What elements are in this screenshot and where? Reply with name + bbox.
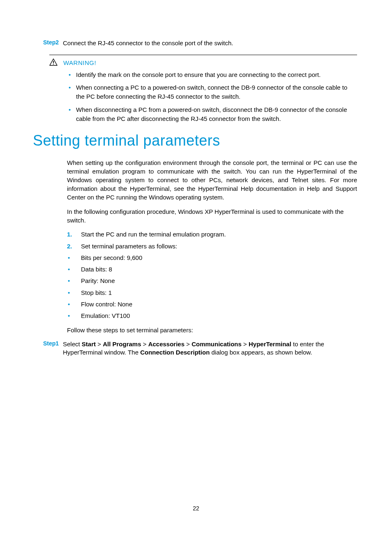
section-heading: Setting terminal parameters <box>33 132 357 149</box>
list-item: • Bits per second: 9,600 <box>67 254 357 262</box>
section-para1: When setting up the configuration enviro… <box>67 158 357 202</box>
parameters-list: 1. Start the PC and run the terminal emu… <box>67 230 357 320</box>
step1-row: Step1 Select Start > All Programs > Acce… <box>43 340 357 356</box>
list-text: Start the PC and run the terminal emulat… <box>81 230 226 239</box>
warning-item: When connecting a PC to a powered-on swi… <box>69 83 357 101</box>
list-text: Flow control: None <box>81 300 132 308</box>
bullet-icon: • <box>67 289 81 297</box>
warning-header: WARNING! <box>49 55 357 70</box>
path-allprograms: All Programs <box>103 341 141 348</box>
page-number: 22 <box>0 505 392 512</box>
path-sep: > <box>242 341 249 348</box>
list-text: Emulation: VT100 <box>81 312 130 320</box>
connection-description-bold: Connection Description <box>140 349 210 356</box>
path-start: Start <box>82 341 96 348</box>
step2-label: Step2 <box>43 39 63 46</box>
path-communications: Communications <box>191 341 242 348</box>
section-para2: In the following configuration procedure… <box>67 207 357 225</box>
list-item: • Stop bits: 1 <box>67 289 357 297</box>
bullet-icon: • <box>67 265 81 273</box>
svg-rect-1 <box>53 64 54 65</box>
bullet-icon: • <box>67 254 81 262</box>
list-item: • Emulation: VT100 <box>67 312 357 320</box>
list-item: • Data bits: 8 <box>67 265 357 273</box>
list-text: Stop bits: 1 <box>81 289 112 297</box>
bullet-icon: • <box>67 300 81 308</box>
list-text: Set terminal parameters as follows: <box>81 242 177 250</box>
warning-box: WARNING! Identify the mark on the consol… <box>51 55 357 123</box>
warning-list: Identify the mark on the console port to… <box>69 70 357 123</box>
list-number: 1. <box>67 230 81 239</box>
path-sep: > <box>96 341 103 348</box>
step1-label: Step1 <box>43 340 63 347</box>
svg-rect-0 <box>53 61 54 63</box>
bullet-icon: • <box>67 277 81 285</box>
step1-text: Select Start > All Programs > Accessorie… <box>63 340 357 356</box>
step1-pre: Select <box>63 341 82 348</box>
list-number: 2. <box>67 242 81 250</box>
list-item: • Flow control: None <box>67 300 357 308</box>
follow-steps-text: Follow these steps to set terminal param… <box>67 326 357 334</box>
path-hyperterminal: HyperTerminal <box>249 341 291 348</box>
warning-item: Identify the mark on the console port to… <box>69 70 357 79</box>
step2-row: Step2 Connect the RJ-45 connector to the… <box>43 39 357 47</box>
list-item: • Parity: None <box>67 277 357 285</box>
path-sep: > <box>184 341 191 348</box>
path-accessories: Accessories <box>148 341 184 348</box>
bullet-icon: • <box>67 312 81 320</box>
list-item: 2. Set terminal parameters as follows: <box>67 242 357 250</box>
warning-title: WARNING! <box>63 59 96 66</box>
step2-text: Connect the RJ-45 connector to the conso… <box>63 39 357 47</box>
list-text: Parity: None <box>81 277 115 285</box>
list-item: 1. Start the PC and run the terminal emu… <box>67 230 357 239</box>
step1-post: dialog box appears, as shown below. <box>210 349 312 356</box>
warning-item: When disconnecting a PC from a powered-o… <box>69 105 357 123</box>
list-text: Bits per second: 9,600 <box>81 254 142 262</box>
warning-triangle-icon <box>49 58 58 67</box>
path-sep: > <box>141 341 148 348</box>
list-text: Data bits: 8 <box>81 265 112 273</box>
